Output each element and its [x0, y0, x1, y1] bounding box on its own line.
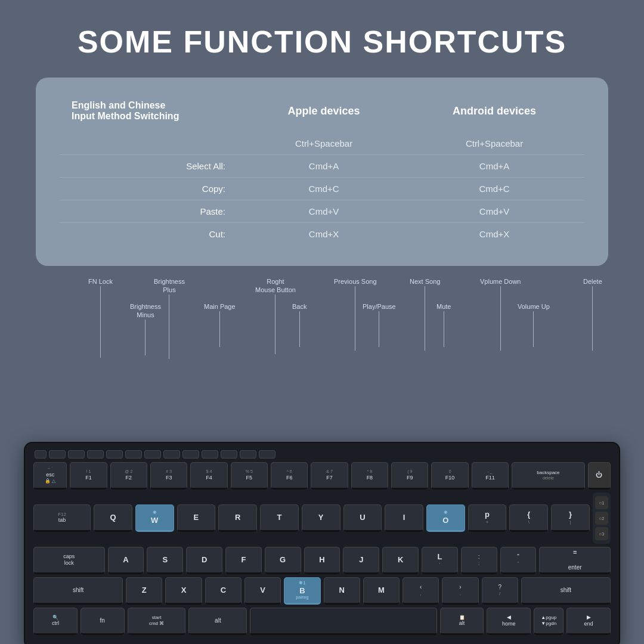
key-home[interactable]: ◀ home [487, 608, 531, 635]
shortcut-label: Copy: [60, 178, 243, 200]
back-label: Back [292, 303, 306, 349]
key-x[interactable]: X [165, 577, 202, 605]
top-key11 [221, 450, 237, 459]
key-b[interactable]: ❋1 B pairing [284, 577, 320, 605]
key-p[interactable]: p+ [468, 504, 507, 532]
shortcut-row: Copy: Cmd+C Cmd+C [60, 178, 584, 200]
top-key2 [49, 450, 66, 459]
key-u[interactable]: U [343, 504, 382, 532]
top-key6 [125, 450, 142, 459]
key-f9[interactable]: ( 9 F9 [391, 462, 428, 490]
key-d[interactable]: D [186, 547, 222, 574]
side-btn-3[interactable]: ○3 [595, 527, 608, 540]
key-power[interactable]: ⏻ [588, 462, 611, 490]
key-a[interactable]: A [108, 547, 144, 574]
key-quote[interactable]: "" [500, 547, 537, 574]
fn-lock-label: FN Lock [88, 278, 113, 360]
key-slash[interactable]: ?/ [482, 577, 518, 605]
key-tab[interactable]: F12 tab [33, 504, 91, 532]
delete-label: Delete [583, 278, 602, 352]
shortcut-label: Paste: [60, 200, 243, 223]
keyboard: ~ ` esc 🔒 △ ! 1 F1 @ 2 F2 # 3 F3 $ 4 F4 … [24, 442, 620, 644]
next-song-label: Next Song [410, 278, 440, 352]
key-v[interactable]: V [244, 577, 281, 605]
side-btn-2[interactable]: ○2 [595, 512, 608, 525]
key-n[interactable]: N [324, 577, 360, 605]
key-f5[interactable]: % 5 F5 [231, 462, 268, 490]
top-key8 [163, 450, 180, 459]
key-pgupdn[interactable]: ▲pgup ▼pgdn [534, 608, 564, 635]
key-f3[interactable]: # 3 F3 [150, 462, 187, 490]
key-j[interactable]: J [343, 547, 379, 574]
key-bracket-left[interactable]: {\ [509, 504, 548, 532]
key-g[interactable]: G [265, 547, 301, 574]
key-start-cmd[interactable]: start cmd ⌘ [128, 608, 186, 635]
key-f11[interactable]: - _ F11 [472, 462, 509, 490]
caps-row: caps lock A S D F G H J K L' :; "" =ente… [33, 547, 611, 574]
key-w[interactable]: ❋ W [135, 504, 174, 532]
key-enter[interactable]: =enter [539, 547, 611, 574]
key-c[interactable]: C [205, 577, 242, 605]
keyboard-section: FN Lock BrightnessPlus BrightnessMinus M… [24, 278, 620, 644]
bottom-row: 🔍 ctrl fn start cmd ⌘ alt 📋 alt ◀ home ▲… [33, 608, 611, 635]
key-y[interactable]: Y [302, 504, 340, 532]
key-f6[interactable]: ^ 6 F6 [271, 462, 308, 490]
key-alt-left[interactable]: alt [188, 608, 247, 635]
key-f2[interactable]: @ 2 F2 [110, 462, 147, 490]
key-l[interactable]: L' [422, 547, 458, 574]
top-key3 [68, 450, 85, 459]
volume-up-label: Volume Up [518, 303, 550, 349]
brightness-minus-label: BrightnessMinus [130, 303, 161, 357]
key-q[interactable]: Q [94, 504, 132, 532]
key-f1[interactable]: ! 1 F1 [70, 462, 107, 490]
key-h[interactable]: H [304, 547, 340, 574]
key-semicolon[interactable]: :; [461, 547, 497, 574]
volume-down-label: Vplume Down [480, 278, 521, 352]
shortcut-row: Paste: Cmd+V Cmd+V [60, 200, 584, 223]
shortcut-android: Cmd+C [404, 178, 584, 200]
key-s[interactable]: S [147, 547, 183, 574]
roght-mouse-label: RoghtMouse Button [255, 278, 296, 356]
col2-header: Apple devices [243, 95, 404, 132]
key-z[interactable]: Z [126, 577, 162, 605]
key-capslock[interactable]: caps lock [33, 547, 105, 574]
shortcut-row: Ctrl+Spacebar Ctrl+Spacebar [60, 132, 584, 155]
key-f[interactable]: F [225, 547, 262, 574]
key-period[interactable]: ›. [442, 577, 478, 605]
shortcut-apple: Ctrl+Spacebar [243, 132, 404, 155]
side-btn-1[interactable]: ○1 [595, 496, 608, 509]
key-f10[interactable]: 0 F10 [431, 462, 468, 490]
key-f8[interactable]: * 8 F8 [351, 462, 388, 490]
key-ctrl[interactable]: 🔍 ctrl [33, 608, 78, 635]
top-key12 [240, 450, 256, 459]
key-side-buttons: ○1 ○2 ○3 [593, 493, 611, 544]
key-f7[interactable]: & 7 F7 [311, 462, 348, 490]
top-key13 [259, 450, 275, 459]
shortcut-apple: Cmd+C [243, 178, 404, 200]
key-comma[interactable]: ‹, [402, 577, 439, 605]
key-e[interactable]: E [177, 504, 216, 532]
key-space[interactable] [250, 608, 436, 635]
shortcut-label [60, 132, 243, 155]
key-t[interactable]: T [260, 504, 299, 532]
key-k[interactable]: K [382, 547, 419, 574]
key-m[interactable]: M [363, 577, 400, 605]
shortcut-android: Cmd+A [404, 155, 584, 178]
key-alt-right[interactable]: 📋 alt [440, 608, 484, 635]
key-backspace[interactable]: backspace delete [512, 462, 585, 490]
key-end[interactable]: ▶ end [566, 608, 611, 635]
key-fn[interactable]: fn [80, 608, 125, 635]
key-r[interactable]: R [218, 504, 257, 532]
key-f4[interactable]: $ 4 F4 [190, 462, 227, 490]
key-o[interactable]: ❋ O [426, 504, 465, 532]
shortcut-apple: Cmd+A [243, 155, 404, 178]
shortcuts-card: English and Chinese Input Method Switchi… [36, 78, 608, 266]
key-shift-right[interactable]: shift [521, 577, 611, 605]
key-esc[interactable]: ~ ` esc 🔒 △ [33, 462, 67, 490]
key-i[interactable]: I [385, 504, 423, 532]
key-shift-left[interactable]: shift [33, 577, 123, 605]
top-key7 [144, 450, 161, 459]
top-key9 [182, 450, 199, 459]
key-bracket-right[interactable]: }| [551, 504, 590, 532]
shortcut-label: Select All: [60, 155, 243, 178]
